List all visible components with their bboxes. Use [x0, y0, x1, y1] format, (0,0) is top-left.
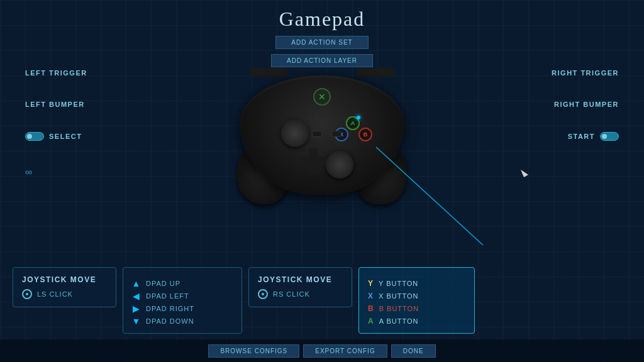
a-letter: A — [368, 317, 374, 326]
dpad-up-item: ▲ DPAD UP — [132, 279, 233, 288]
left-bumper-part — [250, 68, 287, 77]
b-button-item: B B BUTTON — [368, 304, 465, 313]
rs-click-label: RS CLICK — [273, 290, 310, 298]
dpad-right-arrow-icon: ▶ — [132, 304, 141, 313]
select-label: SELECT — [49, 133, 82, 140]
right-bumper-label: RIGHT BUMPER — [554, 101, 619, 108]
a-button-item: A A BUTTON — [368, 317, 465, 326]
add-action-set-button[interactable]: ADD ACTION SET — [275, 36, 368, 49]
select-button-control[interactable] — [331, 131, 341, 137]
dpad-right-item: ▶ DPAD RIGHT — [132, 304, 233, 313]
b-letter: B — [368, 304, 374, 313]
dpad-card[interactable]: ▲ DPAD UP ◀ DPAD LEFT ▶ DPAD RIGHT ▼ DPA… — [123, 267, 242, 334]
infinite-icon-container: ∞ — [25, 167, 33, 178]
dpad-up-label: DPAD UP — [146, 280, 180, 287]
rs-click-icon — [258, 289, 268, 299]
page: Gamepad ADD ACTION SET ADD ACTION LAYER … — [0, 0, 644, 362]
bottom-bar: BROWSE CONFIGS EXPORT CONFIG DONE — [0, 339, 644, 362]
ls-click-label: LS CLICK — [37, 290, 73, 298]
left-joystick-title: JOYSTICK MOVE — [22, 275, 107, 284]
svg-marker-1 — [521, 170, 528, 177]
right-bumper-part — [357, 68, 394, 77]
rs-joystick-dot — [262, 293, 264, 295]
rs-click-item: RS CLICK — [258, 289, 343, 299]
dpad-left-label: DPAD LEFT — [146, 292, 189, 300]
start-label: START — [568, 133, 595, 140]
a-button-control[interactable]: A — [346, 116, 360, 130]
buttons-card[interactable]: Y Y BUTTON X X BUTTON B B BUTTON A A BUT… — [358, 267, 475, 334]
controller-area: ✕ Y X B A — [221, 57, 423, 207]
dpad-left-item: ◀ DPAD LEFT — [132, 292, 233, 300]
a-button-label: A BUTTON — [379, 317, 419, 325]
y-button-label: Y BUTTON — [379, 280, 418, 287]
infinite-icon: ∞ — [25, 167, 33, 177]
ls-click-icon — [22, 289, 32, 299]
dpad — [300, 148, 326, 174]
select-toggle[interactable] — [25, 132, 44, 141]
x-letter: X — [368, 292, 374, 300]
start-toggle[interactable] — [600, 132, 619, 141]
b-button-control[interactable]: B — [358, 128, 372, 141]
left-stick — [281, 119, 309, 147]
y-button-item: Y Y BUTTON — [368, 279, 465, 288]
bottom-cards: JOYSTICK MOVE LS CLICK ▲ DPAD UP ◀ DPAD … — [13, 267, 631, 334]
start-button-control[interactable] — [312, 131, 322, 137]
controller-body: ✕ Y X B A — [228, 57, 416, 195]
b-button-label: B BUTTON — [379, 305, 419, 312]
right-stick — [326, 151, 353, 178]
dpad-vertical — [309, 148, 318, 174]
left-bumper-label: LEFT BUMPER — [25, 101, 85, 108]
dpad-cross — [300, 148, 326, 174]
dpad-down-label: DPAD DOWN — [146, 317, 194, 325]
y-letter: Y — [368, 279, 374, 288]
page-title: Gamepad — [0, 8, 644, 31]
dpad-down-item: ▼ DPAD DOWN — [132, 317, 233, 326]
right-joystick-title: JOYSTICK MOVE — [258, 275, 343, 284]
select-label-container: SELECT — [25, 132, 82, 141]
dpad-right-label: DPAD RIGHT — [146, 305, 194, 312]
ls-click-item: LS CLICK — [22, 289, 107, 299]
x-button-item: X X BUTTON — [368, 292, 465, 300]
left-trigger-label: LEFT TRIGGER — [25, 69, 87, 77]
right-joystick-card[interactable]: JOYSTICK MOVE RS CLICK — [248, 267, 352, 307]
dpad-left-arrow-icon: ◀ — [132, 292, 141, 300]
export-config-button[interactable]: EXPORT CONFIG — [303, 344, 387, 358]
left-joystick-card[interactable]: JOYSTICK MOVE LS CLICK — [13, 267, 116, 307]
done-button[interactable]: DONE — [391, 344, 436, 358]
right-trigger-label: RIGHT TRIGGER — [552, 69, 619, 77]
browse-configs-button[interactable]: BROWSE CONFIGS — [208, 344, 299, 358]
start-label-container: START — [568, 132, 619, 141]
joystick-dot — [26, 293, 28, 295]
x-button-label: X BUTTON — [379, 292, 418, 300]
dpad-down-arrow-icon: ▼ — [132, 317, 141, 326]
a-button-connector-dot — [357, 116, 360, 119]
xbox-logo: ✕ — [313, 88, 331, 106]
dpad-up-arrow-icon: ▲ — [132, 279, 141, 288]
